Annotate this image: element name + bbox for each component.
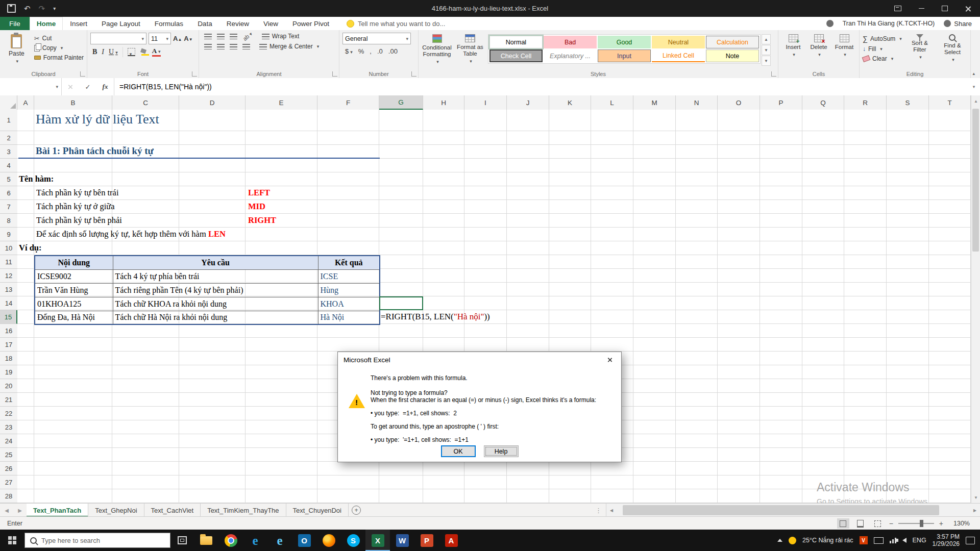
table-header[interactable]: Kết quả bbox=[318, 256, 380, 269]
clock[interactable]: 3:57 PM 1/29/2026 bbox=[933, 533, 960, 547]
column-header-T[interactable]: T bbox=[929, 95, 971, 110]
cell-a10[interactable]: Ví dụ: bbox=[19, 243, 41, 253]
column-header-J[interactable]: J bbox=[507, 95, 549, 110]
percent-format-button[interactable]: % bbox=[358, 47, 364, 55]
font-dialog-launcher-icon[interactable] bbox=[192, 71, 197, 77]
name-box[interactable]: ▾ bbox=[0, 78, 62, 95]
style-chip-bad[interactable]: Bad bbox=[544, 36, 597, 48]
taskbar-search-input[interactable]: Type here to search bbox=[24, 533, 170, 548]
weather-text[interactable]: 25°C Nắng rải rác bbox=[802, 537, 853, 544]
task-view-button[interactable] bbox=[170, 530, 194, 551]
zoom-out-button[interactable]: − bbox=[889, 519, 893, 528]
cell-e8-function[interactable]: RIGHT bbox=[248, 215, 276, 226]
column-header-R[interactable]: R bbox=[844, 95, 887, 110]
taskbar-app-internet-explorer[interactable]: e bbox=[267, 530, 292, 551]
row-header-17[interactable]: 17 bbox=[0, 338, 17, 352]
redo-icon[interactable]: ↷ bbox=[39, 5, 45, 12]
taskbar-app-file-explorer[interactable] bbox=[194, 530, 218, 551]
table-cell[interactable]: Hùng bbox=[318, 283, 380, 297]
align-center-icon[interactable] bbox=[217, 44, 225, 49]
row-header-26[interactable]: 26 bbox=[0, 462, 17, 475]
font-size-input[interactable]: 11▾ bbox=[149, 33, 171, 44]
table-header[interactable]: Yêu cầu bbox=[113, 256, 318, 269]
vertical-scroll-thumb[interactable] bbox=[972, 109, 979, 252]
taskbar-app-outlook[interactable]: O bbox=[292, 530, 316, 551]
table-cell[interactable]: Đống Đa, Hà Nội bbox=[35, 311, 113, 324]
page-layout-view-button[interactable] bbox=[854, 518, 867, 529]
row-header-21[interactable]: 21 bbox=[0, 393, 17, 407]
ok-button[interactable]: OK bbox=[441, 445, 476, 457]
table-cell[interactable]: Tách riêng phần Tên (4 ký tự bên phải) bbox=[113, 283, 318, 297]
cell-a5[interactable]: Tên hàm: bbox=[19, 174, 54, 184]
sheet-nav-left-icon[interactable]: ◀ bbox=[0, 504, 13, 517]
style-chip-check[interactable]: Check Cell bbox=[489, 49, 543, 62]
row-header-4[interactable]: 4 bbox=[0, 159, 17, 172]
row-header-16[interactable]: 16 bbox=[0, 324, 17, 338]
active-cell-border[interactable] bbox=[379, 296, 423, 310]
table-cell[interactable]: ICSE bbox=[318, 269, 380, 283]
row-header-22[interactable]: 22 bbox=[0, 407, 17, 420]
sheet-tab-text_phantach[interactable]: Text_PhanTach bbox=[27, 504, 88, 517]
borders-icon[interactable] bbox=[128, 48, 135, 56]
sheet-tab-text_chuyendoi[interactable]: Text_ChuyenDoi bbox=[286, 504, 349, 517]
zoom-in-button[interactable]: + bbox=[939, 519, 943, 528]
scroll-right-icon[interactable]: ▶ bbox=[970, 504, 980, 517]
row-header-10[interactable]: 10 bbox=[0, 241, 17, 255]
close-button[interactable] bbox=[957, 0, 980, 17]
cell-g15-formula[interactable]: =RIGHT(B15, LEN("Hà nội")) bbox=[381, 312, 490, 322]
row-header-20[interactable]: 20 bbox=[0, 379, 17, 393]
format-painter-button[interactable]: Format Painter bbox=[34, 54, 84, 61]
row-header-25[interactable]: 25 bbox=[0, 448, 17, 462]
align-middle-icon[interactable] bbox=[217, 34, 225, 39]
vietnamese-ime-icon[interactable]: V bbox=[860, 536, 868, 544]
copy-button[interactable]: Copy bbox=[34, 44, 84, 52]
taskbar-app-chrome[interactable] bbox=[218, 530, 243, 551]
style-chip-input[interactable]: Input bbox=[598, 49, 651, 62]
table-cell[interactable]: KHOA bbox=[318, 297, 380, 311]
decrease-decimal-button[interactable]: .00 bbox=[388, 47, 398, 55]
ribbon-tab-data[interactable]: Data bbox=[190, 17, 219, 30]
ribbon-display-options-button[interactable] bbox=[886, 0, 910, 17]
number-dialog-launcher-icon[interactable] bbox=[411, 71, 416, 77]
row-header-6[interactable]: 6 bbox=[0, 186, 17, 200]
horizontal-scrollbar[interactable]: ◀ ▶ bbox=[606, 504, 980, 517]
zoom-level[interactable]: 130% bbox=[948, 520, 970, 527]
table-cell[interactable]: Hà Nội bbox=[318, 311, 380, 324]
column-header-B[interactable]: B bbox=[34, 95, 112, 110]
format-as-table-button[interactable]: Format as Table bbox=[455, 33, 485, 69]
cell-b6[interactable]: Tách phần ký tự bên trái bbox=[36, 188, 119, 198]
minimize-button[interactable] bbox=[910, 0, 933, 17]
ribbon-tab-formulas[interactable]: Formulas bbox=[148, 17, 190, 30]
table-header[interactable]: Nội dung bbox=[35, 256, 113, 269]
insert-function-button[interactable]: fx bbox=[96, 78, 114, 95]
gallery-up-icon[interactable]: ▲ bbox=[762, 34, 771, 44]
column-header-A[interactable]: A bbox=[17, 95, 34, 110]
row-header-11[interactable]: 11 bbox=[0, 255, 17, 269]
row-header-8[interactable]: 8 bbox=[0, 214, 17, 228]
ribbon-tab-insert[interactable]: Insert bbox=[63, 17, 94, 30]
cell-b7[interactable]: Tách phần ký tự ở giữa bbox=[36, 202, 115, 212]
gallery-down-icon[interactable]: ▼ bbox=[762, 45, 771, 55]
column-header-P[interactable]: P bbox=[760, 95, 802, 110]
row-header-1[interactable]: 1 bbox=[0, 110, 17, 131]
insert-cells-button[interactable]: Insert bbox=[781, 33, 805, 69]
taskbar-app-word[interactable]: W bbox=[390, 530, 414, 551]
volume-icon[interactable] bbox=[902, 538, 906, 543]
fill-button[interactable]: ↓Fill bbox=[863, 45, 902, 53]
styles-dialog-launcher-icon[interactable] bbox=[771, 71, 776, 77]
align-bottom-icon[interactable] bbox=[230, 34, 237, 39]
style-chip-explanatory[interactable]: Explanatory ... bbox=[544, 49, 597, 62]
sheet-tab-text_timkiem_thaythe[interactable]: Text_TimKiem_ThayThe bbox=[201, 504, 286, 517]
scroll-left-icon[interactable]: ◀ bbox=[606, 504, 617, 517]
start-button[interactable] bbox=[0, 530, 24, 551]
vertical-scrollbar[interactable]: ▲ ▼ bbox=[971, 95, 980, 503]
zoom-slider-thumb[interactable] bbox=[920, 520, 923, 527]
increase-decimal-button[interactable]: .0 bbox=[377, 47, 383, 55]
wrap-text-button[interactable]: Wrap Text bbox=[262, 33, 300, 40]
row-header-18[interactable]: 18 bbox=[0, 352, 17, 365]
orientation-icon[interactable]: ab bbox=[241, 31, 253, 42]
style-chip-calculation[interactable]: Calculation bbox=[706, 36, 759, 48]
column-header-Q[interactable]: Q bbox=[802, 95, 844, 110]
sheet-tab-text_cachviet[interactable]: Text_CachViet bbox=[144, 504, 201, 517]
accounting-format-button[interactable]: $ bbox=[345, 47, 353, 55]
